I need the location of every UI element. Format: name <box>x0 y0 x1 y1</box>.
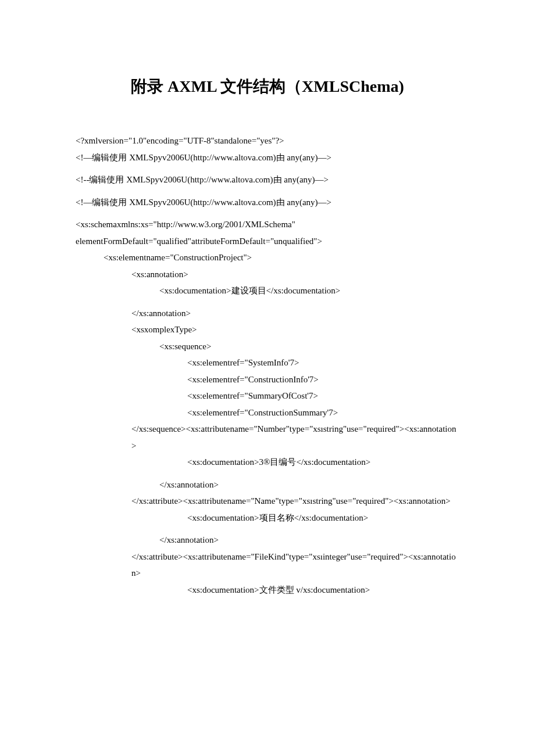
code-line: </xs:attribute><xs:attributename="FileKi… <box>76 549 459 582</box>
document-page: 附录 AXML 文件结构（XMLSChema) <?xmlversion="1.… <box>0 0 535 756</box>
code-line: <xs:elementname="ConstructionProject"> <box>76 249 459 266</box>
blank-line <box>76 188 459 194</box>
code-line: <xs:elementref="ConstructionInfo'7> <box>76 371 459 388</box>
code-line: <xs:elementref="SystemInfo'7> <box>76 354 459 371</box>
document-title: 附录 AXML 文件结构（XMLSChema) <box>76 76 459 98</box>
code-line: </xs:annotation> <box>76 476 459 493</box>
code-line: </xs:attribute><xs:attributename="Name"t… <box>76 493 459 510</box>
code-line: <!—编辑使用 XMLSpyv2006U(http://www.altova.c… <box>76 194 459 211</box>
code-line: <xs:elementref="ConstructionSummary'7> <box>76 404 459 421</box>
code-line: <xs:elementref="SummaryOfCost'7> <box>76 388 459 404</box>
blank-line <box>76 526 459 532</box>
code-line: </xs:annotation> <box>76 532 459 549</box>
code-line: <xs:documentation>3®目编号</xs:documentatio… <box>76 454 459 471</box>
code-line: <!—编辑使用 XMLSpyv2006U(http://www.altova.c… <box>76 149 459 166</box>
code-line: </xs:annotation> <box>76 305 459 322</box>
code-line: <xs:documentation>文件类型 v/xs:documentatio… <box>76 582 459 599</box>
code-line: elementFormDefault="qualified"attributeF… <box>76 233 459 250</box>
blank-line <box>76 471 459 476</box>
code-line: <xs:documentation>项目名称</xs:documentation… <box>76 510 459 526</box>
code-line: <xsxomplexType> <box>76 321 459 338</box>
code-line: <xs:annotation> <box>76 266 459 283</box>
blank-line <box>76 166 459 171</box>
code-line: <?xmlversion="1.0"encoding="UTF-8"standa… <box>76 132 459 149</box>
code-line: </xs:sequence><xs:attributename="Number"… <box>76 421 459 454</box>
code-line: <xs:schemaxmlns:xs="http://www.w3.org/20… <box>76 216 459 233</box>
code-line: <xs:documentation>建设项目</xs:documentation… <box>76 282 459 299</box>
code-line: <!--编辑使用 XMLSpyv2006U(http://www.altova.… <box>76 171 459 188</box>
blank-line <box>76 210 459 216</box>
code-line: <xs:sequence> <box>76 338 459 355</box>
blank-line <box>76 299 459 305</box>
